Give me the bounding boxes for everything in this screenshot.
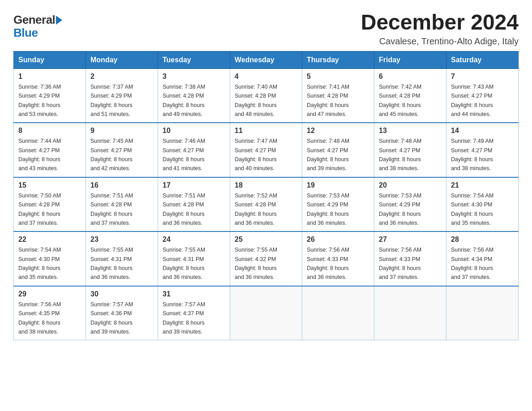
calendar-day-cell: 14 Sunrise: 7:49 AMSunset: 4:27 PMDaylig… — [446, 123, 519, 177]
day-number: 24 — [163, 235, 225, 244]
calendar-day-cell: 25 Sunrise: 7:55 AMSunset: 4:32 PMDaylig… — [230, 231, 302, 286]
calendar-day-cell: 8 Sunrise: 7:44 AMSunset: 4:27 PMDayligh… — [14, 123, 86, 177]
day-info: Sunrise: 7:36 AMSunset: 4:29 PMDaylight:… — [18, 84, 61, 117]
calendar-day-header: Thursday — [302, 51, 374, 68]
calendar-day-cell: 3 Sunrise: 7:38 AMSunset: 4:28 PMDayligh… — [158, 68, 230, 123]
day-info: Sunrise: 7:52 AMSunset: 4:28 PMDaylight:… — [235, 193, 277, 226]
day-number: 14 — [451, 127, 514, 135]
day-info: Sunrise: 7:57 AMSunset: 4:37 PMDaylight:… — [163, 301, 205, 335]
calendar-day-cell — [230, 286, 302, 340]
calendar-day-cell: 9 Sunrise: 7:45 AMSunset: 4:27 PMDayligh… — [86, 123, 158, 177]
calendar-week-row: 22 Sunrise: 7:54 AMSunset: 4:30 PMDaylig… — [14, 231, 519, 286]
day-number: 31 — [163, 290, 225, 298]
day-info: Sunrise: 7:56 AMSunset: 4:33 PMDaylight:… — [307, 247, 349, 280]
day-number: 28 — [451, 235, 514, 244]
calendar-day-header: Wednesday — [230, 51, 302, 68]
day-number: 3 — [163, 73, 225, 81]
calendar-day-header: Tuesday — [158, 51, 230, 68]
day-info: Sunrise: 7:55 AMSunset: 4:31 PMDaylight:… — [163, 247, 205, 280]
day-info: Sunrise: 7:45 AMSunset: 4:27 PMDaylight:… — [90, 138, 133, 171]
calendar-table: SundayMondayTuesdayWednesdayThursdayFrid… — [13, 51, 519, 341]
day-number: 4 — [235, 73, 297, 81]
day-number: 5 — [307, 73, 369, 81]
day-info: Sunrise: 7:46 AMSunset: 4:27 PMDaylight:… — [163, 138, 205, 171]
calendar-day-cell: 21 Sunrise: 7:54 AMSunset: 4:30 PMDaylig… — [446, 177, 519, 232]
calendar-day-cell: 20 Sunrise: 7:53 AMSunset: 4:29 PMDaylig… — [374, 177, 446, 232]
day-info: Sunrise: 7:40 AMSunset: 4:28 PMDaylight:… — [235, 84, 277, 117]
day-info: Sunrise: 7:56 AMSunset: 4:35 PMDaylight:… — [18, 301, 61, 335]
day-info: Sunrise: 7:54 AMSunset: 4:30 PMDaylight:… — [18, 247, 61, 280]
calendar-day-cell — [374, 286, 446, 340]
day-number: 15 — [18, 181, 81, 189]
day-info: Sunrise: 7:50 AMSunset: 4:28 PMDaylight:… — [18, 193, 61, 226]
calendar-day-cell: 24 Sunrise: 7:55 AMSunset: 4:31 PMDaylig… — [158, 231, 230, 286]
day-number: 16 — [90, 181, 153, 189]
calendar-week-row: 1 Sunrise: 7:36 AMSunset: 4:29 PMDayligh… — [14, 68, 519, 123]
page-subtitle: Cavalese, Trentino-Alto Adige, Italy — [361, 36, 519, 47]
day-number: 27 — [379, 235, 442, 244]
day-number: 17 — [163, 181, 225, 189]
day-number: 22 — [18, 235, 81, 244]
day-number: 2 — [90, 73, 153, 81]
day-info: Sunrise: 7:53 AMSunset: 4:29 PMDaylight:… — [379, 193, 421, 226]
day-info: Sunrise: 7:44 AMSunset: 4:27 PMDaylight:… — [18, 138, 61, 171]
day-info: Sunrise: 7:54 AMSunset: 4:30 PMDaylight:… — [451, 193, 493, 226]
calendar-day-cell: 4 Sunrise: 7:40 AMSunset: 4:28 PMDayligh… — [230, 68, 302, 123]
day-number: 18 — [235, 181, 297, 189]
title-block: December 2024 Cavalese, Trentino-Alto Ad… — [361, 11, 519, 47]
calendar-day-cell: 5 Sunrise: 7:41 AMSunset: 4:28 PMDayligh… — [302, 68, 374, 123]
calendar-day-cell: 19 Sunrise: 7:53 AMSunset: 4:29 PMDaylig… — [302, 177, 374, 232]
calendar-day-cell — [302, 286, 374, 340]
calendar-week-row: 8 Sunrise: 7:44 AMSunset: 4:27 PMDayligh… — [14, 123, 519, 177]
calendar-day-cell: 15 Sunrise: 7:50 AMSunset: 4:28 PMDaylig… — [14, 177, 86, 232]
day-info: Sunrise: 7:51 AMSunset: 4:28 PMDaylight:… — [90, 193, 133, 226]
header: General Blue December 2024 Cavalese, Tre… — [13, 11, 519, 47]
day-number: 9 — [90, 127, 153, 135]
day-info: Sunrise: 7:37 AMSunset: 4:29 PMDaylight:… — [90, 84, 133, 117]
day-number: 30 — [90, 290, 153, 298]
calendar-day-header: Friday — [374, 51, 446, 68]
day-info: Sunrise: 7:55 AMSunset: 4:32 PMDaylight:… — [235, 247, 277, 280]
day-number: 6 — [379, 73, 442, 81]
day-info: Sunrise: 7:49 AMSunset: 4:27 PMDaylight:… — [451, 138, 493, 171]
calendar-day-cell: 7 Sunrise: 7:43 AMSunset: 4:27 PMDayligh… — [446, 68, 519, 123]
calendar-day-cell: 16 Sunrise: 7:51 AMSunset: 4:28 PMDaylig… — [86, 177, 158, 232]
calendar-day-cell: 28 Sunrise: 7:56 AMSunset: 4:34 PMDaylig… — [446, 231, 519, 286]
day-number: 26 — [307, 235, 369, 244]
day-info: Sunrise: 7:41 AMSunset: 4:28 PMDaylight:… — [307, 84, 349, 117]
calendar-day-header: Monday — [86, 51, 158, 68]
calendar-day-header: Sunday — [14, 51, 86, 68]
calendar-week-row: 15 Sunrise: 7:50 AMSunset: 4:28 PMDaylig… — [14, 177, 519, 232]
day-number: 21 — [451, 181, 514, 189]
logo-general: General — [13, 13, 55, 26]
day-info: Sunrise: 7:57 AMSunset: 4:36 PMDaylight:… — [90, 301, 133, 335]
day-number: 7 — [451, 73, 514, 81]
day-info: Sunrise: 7:53 AMSunset: 4:29 PMDaylight:… — [307, 193, 349, 226]
calendar-day-cell: 10 Sunrise: 7:46 AMSunset: 4:27 PMDaylig… — [158, 123, 230, 177]
calendar-day-cell: 27 Sunrise: 7:56 AMSunset: 4:33 PMDaylig… — [374, 231, 446, 286]
day-info: Sunrise: 7:43 AMSunset: 4:27 PMDaylight:… — [451, 84, 493, 117]
day-info: Sunrise: 7:56 AMSunset: 4:34 PMDaylight:… — [451, 247, 493, 280]
day-info: Sunrise: 7:47 AMSunset: 4:27 PMDaylight:… — [235, 138, 277, 171]
calendar-day-cell: 17 Sunrise: 7:51 AMSunset: 4:28 PMDaylig… — [158, 177, 230, 232]
day-number: 13 — [379, 127, 442, 135]
calendar-day-cell: 22 Sunrise: 7:54 AMSunset: 4:30 PMDaylig… — [14, 231, 86, 286]
day-info: Sunrise: 7:51 AMSunset: 4:28 PMDaylight:… — [163, 193, 205, 226]
calendar-day-cell: 18 Sunrise: 7:52 AMSunset: 4:28 PMDaylig… — [230, 177, 302, 232]
day-number: 23 — [90, 235, 153, 244]
calendar-header-row: SundayMondayTuesdayWednesdayThursdayFrid… — [14, 51, 519, 68]
calendar-day-cell: 11 Sunrise: 7:47 AMSunset: 4:27 PMDaylig… — [230, 123, 302, 177]
day-number: 25 — [235, 235, 297, 244]
calendar-day-cell: 26 Sunrise: 7:56 AMSunset: 4:33 PMDaylig… — [302, 231, 374, 286]
day-info: Sunrise: 7:38 AMSunset: 4:28 PMDaylight:… — [163, 84, 205, 117]
day-number: 11 — [235, 127, 297, 135]
page-title: December 2024 — [361, 11, 519, 34]
calendar-day-header: Saturday — [446, 51, 519, 68]
day-number: 29 — [18, 290, 81, 298]
day-info: Sunrise: 7:48 AMSunset: 4:27 PMDaylight:… — [379, 138, 421, 171]
logo: General Blue — [13, 13, 62, 39]
day-info: Sunrise: 7:56 AMSunset: 4:33 PMDaylight:… — [379, 247, 421, 280]
calendar-day-cell: 12 Sunrise: 7:48 AMSunset: 4:27 PMDaylig… — [302, 123, 374, 177]
day-number: 20 — [379, 181, 442, 189]
logo-arrow-icon — [56, 16, 62, 25]
